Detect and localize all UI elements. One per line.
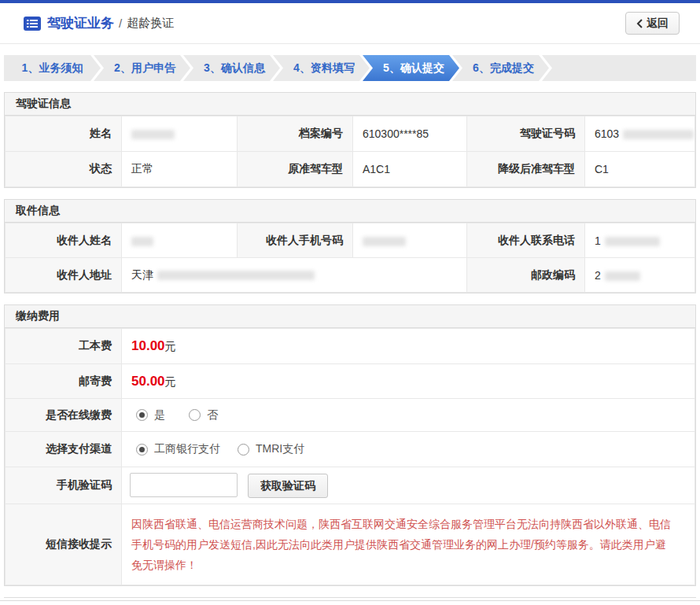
- recipient-mobile-label: 收件人手机号码: [238, 223, 353, 258]
- table-row: 短信接收提示 因陕西省联通、电信运营商技术问题，陕西省互联网交通安全综合服务管理…: [6, 504, 695, 585]
- license-info-table: 姓名 档案编号 610300****85 驾驶证号码 6103 状态 正常 原准…: [5, 116, 695, 187]
- pay-channel-options: 工商银行支付 TMRI支付: [122, 432, 695, 467]
- back-button-label: 返回: [647, 17, 669, 31]
- table-row: 是否在线缴费 是 否: [6, 399, 695, 432]
- cost-fee-unit: 元: [165, 340, 176, 352]
- online-pay-no-radio[interactable]: [189, 409, 201, 421]
- fees-table: 工本费 10.00元 邮寄费 50.00元 是否在线缴费 是 否: [5, 328, 695, 585]
- orig-class-value: A1C1: [353, 152, 467, 187]
- redacted-blur: [363, 237, 406, 246]
- address-label: 收件人地址: [6, 258, 122, 293]
- recipient-name-value: [122, 223, 238, 258]
- redacted-blur: [157, 271, 315, 280]
- license-no-value: 6103: [585, 116, 695, 152]
- step-2-declaration: 2、用户申告: [94, 55, 190, 81]
- postage-fee-value: 50.00元: [122, 364, 695, 399]
- chevron-left-icon: [636, 19, 643, 28]
- step-1-notice: 1、业务须知: [4, 55, 101, 81]
- section-fees: 缴纳费用 工本费 10.00元 邮寄费 50.00元 是否在线缴费 是: [4, 304, 696, 586]
- channel-tmri-label[interactable]: TMRI支付: [256, 442, 304, 456]
- down-class-value: C1: [585, 152, 695, 187]
- recipient-phone-label: 收件人联系电话: [467, 223, 585, 258]
- table-row: 收件人地址 天津 邮政编码 2: [6, 258, 695, 293]
- pay-channel-label: 选择支付渠道: [6, 432, 122, 467]
- name-label: 姓名: [6, 116, 122, 152]
- page: 驾驶证业务 / 超龄换证 返回 1、业务须知 2、用户申告 3、确认信息 4、资…: [0, 0, 700, 605]
- section-title: 取件信息: [5, 200, 695, 223]
- cost-fee-value: 10.00元: [122, 329, 695, 364]
- postage-fee-label: 邮寄费: [6, 364, 122, 399]
- postcode-label: 邮政编码: [467, 258, 585, 293]
- redacted-blur: [131, 237, 153, 246]
- sms-code-input[interactable]: [130, 473, 238, 497]
- step-3-confirm-info: 3、确认信息: [183, 55, 280, 81]
- footer-actions: 上一步 完成: [0, 598, 700, 605]
- postage-fee-unit: 元: [165, 375, 176, 388]
- sms-notice-label: 短信接收提示: [6, 504, 122, 585]
- orig-class-label: 原准驾车型: [238, 152, 353, 187]
- file-no-label: 档案编号: [238, 116, 353, 152]
- down-class-label: 降级后准驾车型: [467, 152, 585, 187]
- license-no-prefix: 6103: [595, 127, 619, 140]
- section-pickup-info: 取件信息 收件人姓名 收件人手机号码 收件人联系电话 1 收件人地址 天津 邮政…: [4, 199, 696, 293]
- section-title: 驾驶证信息: [5, 93, 695, 116]
- back-button[interactable]: 返回: [625, 12, 680, 35]
- sms-notice-text: 因陕西省联通、电信运营商技术问题，陕西省互联网交通安全综合服务管理平台无法向持陕…: [131, 509, 685, 580]
- table-row: 选择支付渠道 工商银行支付 TMRI支付: [6, 432, 695, 467]
- cost-fee-amount: 10.00: [131, 338, 165, 353]
- name-value: [122, 116, 238, 152]
- recipient-phone-value: 1: [585, 223, 695, 258]
- postage-fee-amount: 50.00: [131, 374, 165, 389]
- file-no-value: 610300****85: [353, 116, 467, 152]
- step-label: 6、完成提交: [473, 61, 534, 76]
- postcode-value: 2: [585, 258, 695, 293]
- table-row: 状态 正常 原准驾车型 A1C1 降级后准驾车型 C1: [6, 152, 695, 187]
- recipient-name-label: 收件人姓名: [6, 223, 122, 258]
- online-pay-options: 是 否: [122, 399, 695, 432]
- get-sms-code-button[interactable]: 获取验证码: [248, 474, 328, 498]
- license-no-label: 驾驶证号码: [467, 116, 585, 152]
- channel-icbc-radio[interactable]: [136, 444, 148, 456]
- step-label: 4、资料填写: [293, 61, 355, 76]
- redacted-blur: [131, 130, 175, 139]
- phone-prefix: 1: [595, 234, 601, 247]
- online-pay-label: 是否在线缴费: [6, 399, 122, 432]
- address-value: 天津: [122, 258, 467, 293]
- step-6-finish: 6、完成提交: [452, 55, 549, 81]
- redacted-blur: [623, 130, 694, 139]
- breadcrumb-separator: /: [119, 17, 122, 30]
- status-label: 状态: [6, 152, 122, 187]
- table-row: 收件人姓名 收件人手机号码 收件人联系电话 1: [6, 223, 695, 258]
- step-4-fill-data: 4、资料填写: [273, 55, 370, 81]
- step-label: 2、用户申告: [114, 61, 175, 76]
- channel-tmri-radio[interactable]: [238, 444, 249, 456]
- steps-filler: [542, 55, 696, 81]
- redacted-blur: [605, 271, 640, 281]
- table-row: 邮寄费 50.00元: [6, 364, 695, 399]
- online-pay-no-label[interactable]: 否: [207, 408, 218, 422]
- step-wizard: 1、业务须知 2、用户申告 3、确认信息 4、资料填写 5、确认提交 6、完成提…: [4, 55, 696, 81]
- pickup-info-table: 收件人姓名 收件人手机号码 收件人联系电话 1 收件人地址 天津 邮政编码 2: [5, 223, 695, 293]
- table-row: 姓名 档案编号 610300****85 驾驶证号码 6103: [6, 116, 695, 152]
- page-bottom-border: [0, 600, 700, 601]
- page-title: 驾驶证业务: [47, 14, 114, 32]
- status-value: 正常: [122, 152, 238, 187]
- sms-code-cell: 获取验证码: [122, 467, 695, 504]
- list-icon: [24, 17, 41, 31]
- step-5-confirm-submit: 5、确认提交: [363, 55, 459, 81]
- recipient-mobile-value: [353, 223, 467, 258]
- table-row: 手机验证码 获取验证码: [6, 467, 695, 504]
- step-label: 3、确认信息: [204, 61, 265, 76]
- online-pay-yes-label[interactable]: 是: [154, 408, 165, 422]
- cost-fee-label: 工本费: [6, 329, 122, 364]
- page-header: 驾驶证业务 / 超龄换证 返回: [0, 3, 700, 44]
- redacted-blur: [605, 237, 660, 246]
- online-pay-yes-radio[interactable]: [136, 409, 148, 421]
- channel-icbc-label[interactable]: 工商银行支付: [154, 442, 220, 456]
- postcode-prefix: 2: [595, 269, 601, 282]
- address-prefix: 天津: [131, 268, 153, 281]
- section-license-info: 驾驶证信息 姓名 档案编号 610300****85 驾驶证号码 6103 状态…: [4, 92, 696, 188]
- breadcrumb-current: 超龄换证: [127, 16, 174, 31]
- sms-notice-cell: 因陕西省联通、电信运营商技术问题，陕西省互联网交通安全综合服务管理平台无法向持陕…: [122, 504, 695, 585]
- sms-code-label: 手机验证码: [6, 467, 122, 504]
